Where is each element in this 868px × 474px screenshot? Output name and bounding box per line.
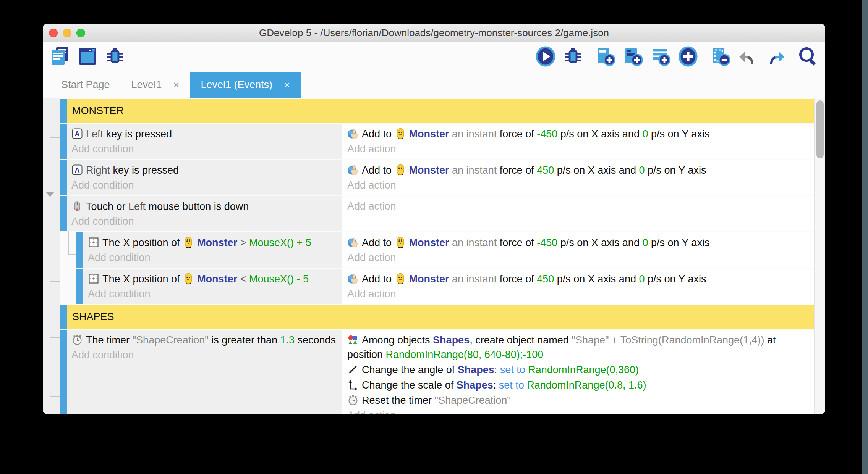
preview-play-button[interactable] — [534, 46, 557, 68]
tab-level1[interactable]: Level1× — [121, 72, 190, 98]
add-action-button[interactable]: Add action — [347, 408, 809, 414]
project-manager-icon — [49, 46, 71, 69]
indent-guide-stub — [50, 137, 60, 138]
redo-button[interactable] — [764, 46, 787, 68]
toolbar-divider — [792, 47, 792, 68]
conditions-panel[interactable]: ALeft key is pressedAdd condition — [67, 124, 342, 159]
text-segment: p/s on X axis and — [557, 128, 642, 140]
conditions-panel[interactable]: The timer "ShapeCreation" is greater tha… — [67, 330, 342, 414]
add-comment-icon — [650, 46, 671, 69]
timer-icon — [347, 394, 359, 406]
add-condition-button[interactable]: Add condition — [88, 251, 337, 264]
conditions-panel[interactable]: The X position of Monster < MouseX() - 5… — [83, 269, 342, 304]
text-segment: < — [237, 273, 249, 285]
collapse-arrow-icon[interactable] — [46, 192, 54, 197]
add-action-button[interactable]: Add action — [347, 142, 809, 156]
tab-start-page[interactable]: Start Page — [50, 72, 121, 98]
group-header-row[interactable]: MONSTER — [60, 99, 815, 123]
add-event-button[interactable] — [594, 46, 617, 68]
create-object-icon — [347, 334, 359, 345]
actions-panel[interactable]: Add to Monster an instant force of -450 … — [342, 232, 815, 268]
undo-button[interactable] — [737, 46, 759, 68]
action-line[interactable]: Add to Monster an instant force of -450 … — [347, 235, 809, 250]
monster-object-icon — [395, 128, 406, 139]
hand-force-icon — [347, 273, 359, 284]
action-line[interactable]: Change the scale of Shapes: set to Rando… — [347, 378, 809, 392]
add-condition-button[interactable]: Add condition — [71, 348, 337, 362]
text-segment: is greater than — [209, 334, 280, 346]
zoom-window-button[interactable] — [76, 29, 85, 37]
event-row[interactable]: ALeft key is pressedAdd conditionAdd to … — [60, 124, 815, 159]
event-row[interactable]: The X position of Monster > MouseX() + 5… — [76, 232, 815, 268]
project-manager-button[interactable] — [49, 46, 71, 68]
minimize-window-button[interactable] — [63, 29, 71, 37]
add-condition-button[interactable]: Add condition — [71, 142, 337, 156]
actions-panel[interactable]: Add to Monster an instant force of 450 p… — [342, 269, 815, 304]
search-button[interactable] — [797, 46, 819, 68]
text-segment: an instant — [449, 164, 500, 176]
text-segment: 0 — [639, 164, 645, 176]
indent-guide-line — [50, 110, 50, 397]
condition-line[interactable]: The X position of Monster < MouseX() - 5 — [88, 272, 337, 286]
condition-line[interactable]: ALeft key is pressed — [71, 127, 337, 141]
text-segment: Right — [86, 164, 110, 176]
tab-close-icon[interactable]: × — [173, 80, 179, 90]
event-row[interactable]: Touch or Left mouse button is downAdd co… — [60, 196, 815, 231]
tab-level1-events-[interactable]: Level1 (Events)× — [190, 72, 301, 98]
add-subevent-button[interactable] — [622, 46, 644, 68]
conditions-panel[interactable]: Touch or Left mouse button is downAdd co… — [67, 196, 342, 231]
action-line[interactable]: Add to Monster an instant force of 450 p… — [347, 163, 809, 177]
add-action-button[interactable]: Add action — [347, 178, 809, 192]
condition-line[interactable]: ARight key is pressed — [71, 163, 337, 177]
actions-panel[interactable]: Add to Monster an instant force of 450 p… — [342, 160, 815, 195]
condition-line[interactable]: The X position of Monster > MouseX() + 5 — [88, 235, 337, 250]
delete-event-button[interactable] — [709, 46, 732, 68]
add-condition-button[interactable]: Add condition — [71, 178, 337, 192]
text-segment: RandomInRange(0.8, 1.6) — [527, 379, 646, 391]
add-condition-button[interactable]: Add condition — [88, 287, 337, 301]
debug-button[interactable] — [562, 46, 584, 68]
object-name: Monster — [409, 237, 449, 248]
text-segment: seconds — [295, 334, 336, 346]
text-segment: "ShapeCreation" — [133, 334, 209, 346]
vertical-scrollbar-track[interactable] — [814, 98, 825, 414]
action-line[interactable]: Change the angle of Shapes: set to Rando… — [347, 363, 809, 377]
action-line[interactable]: Add to Monster an instant force of 450 p… — [347, 272, 809, 286]
add-comment-button[interactable] — [649, 46, 672, 68]
main-toolbar — [43, 42, 825, 72]
conditions-panel[interactable]: The X position of Monster > MouseX() + 5… — [83, 232, 342, 268]
vertical-scrollbar-thumb[interactable] — [816, 100, 824, 158]
actions-panel[interactable]: Add action — [342, 196, 815, 231]
add-action-button[interactable]: Add action — [347, 251, 809, 264]
add-action-button[interactable]: Add action — [347, 199, 809, 213]
preview-play-icon — [535, 46, 556, 69]
add-event-icon — [595, 46, 616, 69]
event-row[interactable]: The timer "ShapeCreation" is greater tha… — [60, 330, 815, 414]
condition-line[interactable]: Touch or Left mouse button is down — [71, 199, 337, 214]
tab-close-icon[interactable]: × — [284, 80, 290, 90]
add-action-button[interactable]: Add action — [347, 287, 809, 301]
text-segment: force of — [500, 237, 537, 248]
text-segment: > — [237, 237, 249, 248]
close-window-button[interactable] — [49, 29, 58, 37]
tab-bar: Start PageLevel1×Level1 (Events)× — [43, 72, 825, 98]
toolbar-divider — [589, 47, 589, 68]
keyboard-icon: A — [71, 164, 83, 176]
actions-panel[interactable]: Among objects Shapes, create object name… — [342, 330, 815, 414]
group-header-row[interactable]: SHAPES — [60, 305, 815, 329]
event-row[interactable]: ARight key is pressedAdd conditionAdd to… — [60, 160, 815, 195]
add-other-button[interactable] — [677, 46, 699, 68]
action-line[interactable]: Among objects Shapes, create object name… — [347, 333, 809, 362]
group-title: SHAPES — [67, 311, 120, 323]
condition-line[interactable]: The timer "ShapeCreation" is greater tha… — [71, 333, 337, 347]
action-line[interactable]: Reset the timer "ShapeCreation" — [347, 393, 809, 408]
event-row[interactable]: The X position of Monster < MouseX() - 5… — [76, 269, 815, 304]
scene-editor-button[interactable] — [76, 46, 99, 68]
text-segment: p/s on Y axis — [648, 237, 709, 248]
action-line[interactable]: Add to Monster an instant force of -450 … — [347, 127, 809, 141]
text-segment: Change the angle of — [362, 364, 458, 376]
add-condition-button[interactable]: Add condition — [71, 214, 337, 228]
debugger-button[interactable] — [104, 46, 126, 68]
actions-panel[interactable]: Add to Monster an instant force of -450 … — [342, 124, 815, 159]
conditions-panel[interactable]: ARight key is pressedAdd condition — [67, 160, 342, 195]
